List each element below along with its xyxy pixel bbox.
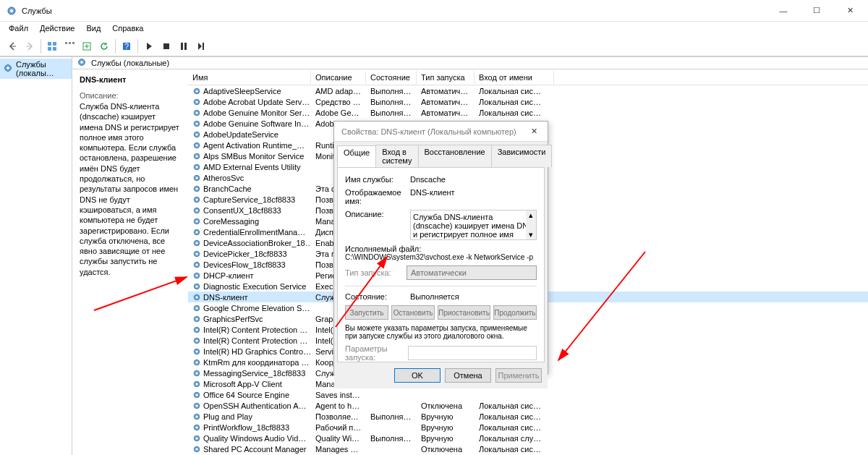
column-headers: Имя Описание Состояние Тип запуска Вход …	[188, 69, 868, 85]
svg-rect-6	[65, 42, 67, 44]
toolbar: ?	[0, 36, 868, 56]
svg-point-47	[196, 231, 198, 233]
service-row[interactable]: Adobe Acrobat Update Serv…Средство …Выпо…	[188, 96, 868, 107]
svg-point-43	[196, 209, 198, 211]
apply-button[interactable]: Применить	[495, 368, 542, 383]
view-large-icon[interactable]	[44, 38, 60, 54]
svg-point-71	[196, 361, 198, 363]
service-row[interactable]: Office 64 Source EngineSaves insta…	[188, 389, 868, 400]
tab-dependencies[interactable]: Зависимости	[491, 145, 553, 167]
display-name-value: DNS-клиент	[410, 188, 537, 205]
svg-point-21	[196, 90, 198, 92]
stop-icon[interactable]	[158, 38, 174, 54]
service-row[interactable]: PrintWorkflow_18cf8833Рабочий п…ВручнуюЛ…	[188, 422, 868, 433]
tab-recovery[interactable]: Восстановление	[418, 145, 492, 167]
service-row[interactable]: Quality Windows Audio Vid…Quality Wi…Вып…	[188, 433, 868, 443]
svg-point-1	[10, 9, 13, 12]
svg-point-63	[196, 318, 198, 320]
params-label: Параметры запуска:	[345, 344, 408, 362]
svg-point-35	[196, 166, 198, 168]
params-input[interactable]	[408, 346, 537, 360]
menu-help[interactable]: Справка	[106, 22, 149, 36]
export-icon[interactable]	[79, 38, 95, 54]
tab-logon[interactable]: Вход в систему	[375, 145, 418, 167]
service-row[interactable]: Adobe Genuine Monitor Ser…Adobe Gen…Выпо…	[188, 107, 868, 118]
service-row[interactable]: AdaptiveSleepServiceAMD adap…Выполняется…	[188, 85, 868, 96]
description-box: Служба DNS-клиента (dnscache) кэширует и…	[410, 210, 537, 240]
svg-point-79	[196, 404, 198, 407]
svg-point-73	[196, 372, 198, 374]
dialog-close-button[interactable]: ✕	[523, 123, 545, 140]
help-icon[interactable]: ?	[119, 38, 135, 54]
tree-services-local[interactable]: Службы (локалы…	[0, 59, 72, 79]
forward-icon[interactable]	[22, 38, 38, 54]
svg-point-61	[196, 307, 198, 309]
svg-point-55	[196, 274, 198, 276]
scrollbar[interactable]: ▴▾	[526, 211, 536, 239]
svg-rect-7	[69, 42, 71, 44]
menu-file[interactable]: Файл	[3, 22, 34, 36]
svg-point-37	[196, 177, 198, 179]
restart-icon[interactable]	[193, 38, 209, 54]
tree-label: Службы (локалы…	[16, 60, 69, 77]
gear-icon	[77, 57, 87, 69]
col-logon[interactable]: Вход от имени	[475, 71, 554, 84]
svg-point-51	[196, 252, 198, 255]
svg-point-31	[196, 144, 198, 146]
tab-general[interactable]: Общие	[337, 145, 376, 168]
svg-point-17	[7, 67, 9, 69]
svg-point-45	[196, 220, 198, 222]
service-row[interactable]: OpenSSH Authentication A…Agent to h…Откл…	[188, 400, 868, 411]
service-name-label: Имя службы:	[345, 175, 410, 184]
view-small-icon[interactable]	[61, 38, 77, 54]
svg-point-75	[196, 383, 198, 385]
svg-point-23	[196, 101, 198, 103]
svg-point-25	[196, 111, 198, 114]
col-desc[interactable]: Описание	[311, 71, 366, 84]
selected-service-title: DNS-клиент	[80, 75, 181, 84]
svg-point-41	[196, 198, 198, 200]
svg-text:?: ?	[124, 42, 129, 51]
properties-dialog: Свойства: DNS-клиент (Локальный компьюте…	[333, 121, 548, 375]
svg-rect-15	[203, 43, 204, 50]
play-icon[interactable]	[141, 38, 157, 54]
maximize-button[interactable]: ☐	[800, 0, 833, 22]
resume-button[interactable]: Продолжить	[493, 305, 537, 320]
description-text: Служба DNS-клиента (dnscache) кэширует и…	[80, 101, 181, 277]
svg-point-69	[196, 350, 198, 352]
exe-path: C:\WINDOWS\system32\svchost.exe -k Netwo…	[345, 253, 537, 261]
col-start[interactable]: Тип запуска	[417, 71, 475, 84]
back-icon[interactable]	[4, 38, 20, 54]
svg-rect-5	[53, 47, 56, 51]
stop-button[interactable]: Остановить	[391, 305, 435, 320]
pause-button[interactable]: Приостановить	[438, 305, 490, 320]
start-button[interactable]: Запустить	[345, 305, 388, 320]
menu-view[interactable]: Вид	[80, 22, 106, 36]
gear-icon	[3, 63, 13, 75]
svg-point-27	[196, 122, 198, 124]
ok-button[interactable]: OK	[394, 368, 441, 383]
startup-type-select[interactable]: Автоматически	[407, 265, 537, 280]
dialog-title: Свойства: DNS-клиент (Локальный компьюте…	[341, 127, 516, 136]
col-state[interactable]: Состояние	[366, 71, 417, 84]
refresh-icon[interactable]	[96, 38, 112, 54]
service-row[interactable]: Plug and PlayПозволяет…ВыполняетсяВручну…	[188, 411, 868, 422]
minimize-button[interactable]: —	[767, 0, 800, 22]
svg-point-77	[196, 394, 198, 396]
state-label: Состояние:	[345, 292, 410, 301]
service-row[interactable]: Shared PC Account ManagerManages p…Отклю…	[188, 443, 868, 454]
app-icon	[6, 5, 17, 17]
pause-icon[interactable]	[176, 38, 192, 54]
cancel-button[interactable]: Отмена	[445, 368, 491, 383]
svg-point-67	[196, 339, 198, 341]
svg-rect-3	[53, 42, 56, 46]
col-name[interactable]: Имя	[188, 71, 311, 84]
svg-point-33	[196, 155, 198, 157]
display-name-label: Отображаемое имя:	[345, 188, 410, 205]
close-button[interactable]: ✕	[833, 0, 867, 22]
description-panel: DNS-клиент Описание: Служба DNS-клиента …	[72, 69, 188, 455]
svg-point-65	[196, 328, 198, 331]
menu-action[interactable]: Действие	[34, 22, 80, 36]
svg-point-39	[196, 187, 198, 190]
svg-rect-8	[72, 42, 75, 44]
